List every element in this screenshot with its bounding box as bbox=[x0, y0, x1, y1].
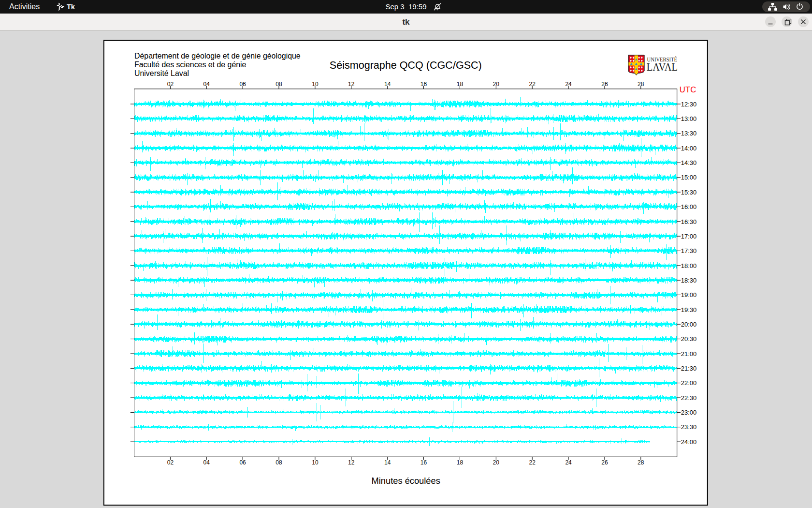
svg-text:24:00: 24:00 bbox=[681, 438, 697, 446]
svg-text:UTC: UTC bbox=[680, 85, 696, 94]
svg-text:20:00: 20:00 bbox=[681, 321, 697, 328]
svg-text:24: 24 bbox=[565, 459, 572, 466]
svg-text:14: 14 bbox=[384, 459, 391, 466]
svg-text:15:30: 15:30 bbox=[681, 189, 697, 196]
svg-text:19:00: 19:00 bbox=[681, 291, 697, 299]
svg-text:14:30: 14:30 bbox=[681, 159, 697, 166]
svg-text:13:00: 13:00 bbox=[681, 115, 697, 122]
svg-text:28: 28 bbox=[638, 459, 644, 466]
svg-text:20:30: 20:30 bbox=[681, 335, 697, 343]
svg-text:21:00: 21:00 bbox=[681, 350, 697, 358]
svg-text:16:00: 16:00 bbox=[681, 203, 697, 210]
svg-text:22:00: 22:00 bbox=[681, 379, 697, 387]
svg-text:04: 04 bbox=[203, 459, 210, 466]
svg-text:17:30: 17:30 bbox=[681, 247, 697, 254]
svg-text:20: 20 bbox=[493, 459, 500, 466]
svg-text:21:30: 21:30 bbox=[681, 365, 697, 372]
svg-text:16:30: 16:30 bbox=[681, 218, 697, 225]
svg-text:18:00: 18:00 bbox=[681, 262, 697, 269]
svg-text:Faculté des sciences et de gén: Faculté des sciences et de génie bbox=[134, 60, 246, 69]
svg-text:16: 16 bbox=[420, 459, 427, 466]
svg-text:LAVAL: LAVAL bbox=[647, 60, 678, 73]
svg-text:12:30: 12:30 bbox=[681, 101, 697, 108]
svg-text:17:00: 17:00 bbox=[681, 233, 697, 240]
svg-text:12: 12 bbox=[348, 459, 355, 466]
svg-text:06: 06 bbox=[239, 459, 246, 466]
svg-text:Université Laval: Université Laval bbox=[134, 69, 189, 77]
svg-text:15:00: 15:00 bbox=[681, 174, 697, 181]
svg-text:14:00: 14:00 bbox=[681, 145, 697, 152]
svg-text:22: 22 bbox=[529, 459, 536, 466]
svg-text:18:30: 18:30 bbox=[681, 277, 697, 284]
svg-text:Département de géologie et de: Département de géologie et de génie géol… bbox=[134, 52, 301, 60]
svg-text:19:30: 19:30 bbox=[681, 306, 697, 314]
svg-text:13:30: 13:30 bbox=[681, 130, 697, 137]
svg-text:18: 18 bbox=[457, 459, 464, 466]
svg-text:22:30: 22:30 bbox=[681, 394, 697, 402]
svg-text:Séismographe QCQ (CGC/GSC): Séismographe QCQ (CGC/GSC) bbox=[330, 59, 482, 71]
svg-text:Minutes écoulées: Minutes écoulées bbox=[372, 476, 440, 486]
svg-text:23:30: 23:30 bbox=[681, 423, 697, 431]
svg-text:02: 02 bbox=[167, 459, 174, 466]
svg-text:10: 10 bbox=[312, 459, 319, 466]
svg-text:23:00: 23:00 bbox=[681, 409, 697, 416]
svg-text:26: 26 bbox=[601, 459, 608, 466]
svg-text:08: 08 bbox=[276, 459, 282, 466]
